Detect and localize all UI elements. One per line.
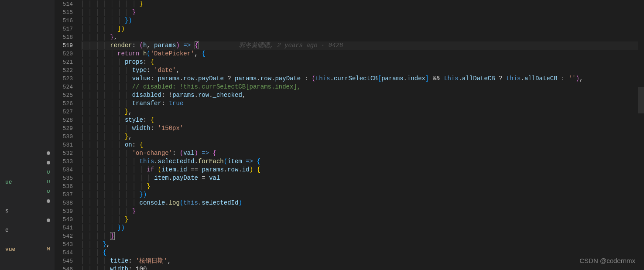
file-status-marker: U	[46, 178, 51, 186]
code-line[interactable]: │ │ │ │ │ │ }	[81, 215, 644, 224]
line-number: 542	[55, 232, 81, 240]
line-number: 533	[55, 157, 81, 166]
code-line[interactable]: │ │ │ │ │ │ │ │ })	[81, 191, 644, 199]
code-line[interactable]: │ │ │ │ │ │ })	[81, 17, 644, 25]
file-status-marker	[47, 151, 50, 155]
code-line[interactable]: │ │ │ │ │ │ │ type: 'date',	[81, 66, 644, 75]
line-number: 515	[55, 8, 81, 17]
scroll-thumb[interactable]	[638, 87, 644, 113]
code-line[interactable]: │ │ │ │ │ │ │ transfer: true	[81, 99, 644, 108]
code-editor[interactable]: 5145155165175185195205215225235245255265…	[55, 0, 644, 270]
line-number: 530	[55, 133, 81, 141]
line-gutter: 5145155165175185195205215225235245255265…	[55, 0, 81, 270]
code-line[interactable]: │ │ │ │ │ │ │ │ │ │ item.payDate = val	[81, 174, 644, 182]
line-number: 524	[55, 83, 81, 91]
file-label: ue	[5, 178, 12, 186]
code-line[interactable]: │ │ │ │ │ │ │ │ │ }	[81, 182, 644, 191]
line-number: 529	[55, 124, 81, 133]
sidebar-file-item[interactable]	[0, 196, 55, 206]
code-line[interactable]: │ │ │ │ │ │ │ │ this.selectedId.forEach(…	[81, 157, 644, 166]
line-number: 535	[55, 174, 81, 182]
line-number: 539	[55, 207, 81, 215]
line-number: 516	[55, 17, 81, 25]
line-number: 522	[55, 66, 81, 75]
line-number: 538	[55, 199, 81, 207]
line-number: 528	[55, 116, 81, 124]
line-number: 540	[55, 215, 81, 224]
code-line[interactable]: │ │ │ │ │ return h('DatePicker', {	[81, 50, 644, 58]
file-label: e	[5, 226, 9, 234]
code-line[interactable]: │ │ │ │ │ │ },	[81, 133, 644, 141]
line-number: 523	[55, 75, 81, 83]
code-line[interactable]: │ │ │ │ │ │ │ │ console.log(this.selecte…	[81, 199, 644, 207]
code-line[interactable]: │ │ │ │ title: '核销日期',	[81, 257, 644, 265]
code-line[interactable]: │ │ │ │ │ │ │ width: '150px'	[81, 124, 644, 133]
line-number: 531	[55, 141, 81, 149]
file-status-marker	[47, 199, 50, 203]
code-line[interactable]: │ │ │ │ │ │ },	[81, 108, 644, 116]
sidebar-file-item[interactable]	[0, 215, 55, 225]
line-number: 545	[55, 257, 81, 265]
line-number: 532	[55, 149, 81, 157]
code-line[interactable]: │ │ │ │ width: 100	[81, 265, 644, 270]
file-status-marker: M	[46, 245, 51, 253]
code-line[interactable]: │ │ │ │ │ │ on: {	[81, 141, 644, 149]
vertical-scrollbar[interactable]	[638, 0, 644, 270]
file-status-marker	[47, 219, 50, 222]
code-line[interactable]: │ │ │ │ │ ])	[81, 25, 644, 33]
line-number: 526	[55, 99, 81, 108]
code-line[interactable]: │ │ │ │ │ │ │ │ }	[81, 0, 644, 8]
file-label: vue	[5, 245, 15, 253]
line-number: 536	[55, 182, 81, 191]
code-line[interactable]: │ │ │ {	[81, 249, 644, 257]
code-line[interactable]: │ │ │ │ │ │ │ │ │ if (item.id == params.…	[81, 166, 644, 174]
line-number: 521	[55, 58, 81, 66]
sidebar-file-item[interactable]: ueU	[0, 177, 55, 187]
line-number: 525	[55, 91, 81, 99]
file-status-marker: U	[46, 188, 51, 196]
code-line[interactable]: │ │ │ │ },	[81, 33, 644, 41]
line-number: 520	[55, 50, 81, 58]
sidebar-file-item[interactable]: s	[0, 206, 55, 215]
line-number: 537	[55, 191, 81, 199]
line-number: 519	[55, 41, 81, 50]
code-line[interactable]: │ │ │ },	[81, 240, 644, 249]
sidebar-file-item[interactable]	[0, 148, 55, 158]
sidebar-file-item[interactable]: vueM	[0, 244, 55, 254]
gitlens-annotation: 郭冬黄嗯嗯, 2 years ago · 0428	[239, 42, 343, 49]
file-status-marker	[47, 161, 50, 164]
code-line[interactable]: │ │ │ │ │ })	[81, 224, 644, 232]
line-number: 541	[55, 224, 81, 232]
line-number: 527	[55, 108, 81, 116]
code-line[interactable]: │ │ │ │ │ │ │ value: params.row.payDate …	[81, 75, 644, 83]
code-line[interactable]: │ │ │ │ │ │ props: {	[81, 58, 644, 66]
file-label: s	[5, 207, 9, 215]
sidebar-file-item[interactable]: e	[0, 225, 55, 235]
code-line[interactable]: │ │ │ │ }	[81, 232, 644, 240]
watermark: CSDN @codernmx	[579, 256, 635, 265]
code-line[interactable]: │ │ │ │ │ │ │ disabled: !params.row._che…	[81, 91, 644, 99]
code-line[interactable]: │ │ │ │ │ │ │ 'on-change': (val) => {	[81, 149, 644, 157]
sidebar-file-item[interactable]	[0, 158, 55, 167]
line-number: 517	[55, 25, 81, 33]
line-number: 534	[55, 166, 81, 174]
line-number: 518	[55, 33, 81, 41]
line-number: 544	[55, 249, 81, 257]
sidebar-file-item[interactable]	[0, 235, 55, 244]
code-line[interactable]: │ │ │ │ │ │ │ // disabled: !this.currSel…	[81, 83, 644, 91]
sidebar-file-item[interactable]: U	[0, 187, 55, 196]
line-number: 543	[55, 240, 81, 249]
code-line[interactable]: │ │ │ │ │ │ │ }	[81, 8, 644, 17]
line-number: 514	[55, 0, 81, 8]
file-status-marker: U	[46, 168, 51, 177]
sidebar-file-item[interactable]: U	[0, 167, 55, 177]
code-line[interactable]: │ │ │ │ render: (h, params) => { 郭冬黄嗯嗯, …	[81, 41, 644, 50]
file-explorer[interactable]: UueUUsevueM	[0, 0, 55, 270]
code-line[interactable]: │ │ │ │ │ │ style: {	[81, 116, 644, 124]
code-line[interactable]: │ │ │ │ │ │ │ }	[81, 207, 644, 215]
line-number: 546	[55, 265, 81, 270]
code-content[interactable]: │ │ │ │ │ │ │ │ }│ │ │ │ │ │ │ }│ │ │ │ …	[81, 0, 644, 270]
